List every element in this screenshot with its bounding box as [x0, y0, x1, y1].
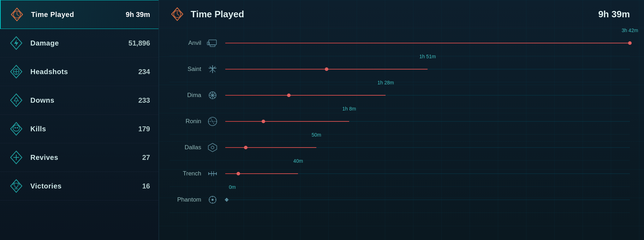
chart-bar-track	[225, 199, 630, 200]
right-header-icon	[169, 6, 185, 22]
stat-label: Time Played	[31, 11, 126, 19]
svg-rect-33	[209, 40, 216, 45]
svg-line-32	[177, 14, 179, 16]
chart-time-label-saint: 1h 51m	[419, 54, 436, 59]
sidebar-item-revives[interactable]: Revives27	[0, 143, 159, 172]
chart-bar-fill	[225, 95, 386, 96]
svg-rect-34	[210, 45, 215, 47]
chart-row-dallas: Dallas50m	[169, 134, 630, 161]
phantom-icon	[206, 193, 219, 206]
stat-label: Victories	[30, 182, 142, 190]
stat-value: 51,896	[129, 39, 150, 47]
chart-bar-dot	[287, 94, 291, 97]
svg-point-15	[14, 127, 16, 128]
stat-value: 234	[138, 68, 150, 76]
dima-icon	[206, 89, 219, 102]
chart-row-anvil: Anvil3h 42m	[169, 30, 630, 56]
chart-bar-fill	[225, 173, 298, 174]
chart-label-dallas: Dallas	[169, 144, 201, 151]
stat-value: 16	[142, 182, 150, 190]
svg-marker-5	[14, 40, 18, 47]
chart-label-trench: Trench	[169, 170, 201, 177]
chart-bar-dot	[244, 146, 248, 149]
chart-time-label-dima: 1h 28m	[377, 80, 394, 85]
chart-bar-dot	[325, 67, 328, 71]
right-panel-title: Time Played	[191, 9, 244, 20]
sidebar-item-time-played[interactable]: Time Played9h 39m	[0, 0, 159, 29]
right-panel: Time Played9h 39mAnvil3h 42mSaint1h 51mD…	[159, 0, 644, 240]
right-panel-total: 9h 39m	[598, 9, 630, 20]
diamond-skull-icon	[8, 121, 24, 137]
stat-value: 9h 39m	[126, 11, 150, 19]
chart-time-label-ronin: 1h 8m	[342, 106, 356, 112]
diamond-crosshair-icon	[8, 64, 24, 79]
chart-bar-area-trench: 40m	[225, 166, 630, 181]
chart-bar-area-ronin: 1h 8m	[225, 114, 630, 129]
chart-bar-area-dallas: 50m	[225, 140, 630, 155]
chart-bar-area-dima: 1h 28m	[225, 88, 630, 103]
svg-point-16	[17, 127, 18, 128]
chart-bar-fill	[225, 69, 428, 70]
svg-marker-48	[208, 143, 217, 152]
svg-point-49	[211, 146, 214, 149]
left-panel: Time Played9h 39m Damage51,896 Headshots…	[0, 0, 159, 240]
chart-bar-area-saint: 1h 51m	[225, 61, 630, 77]
stat-label: Kills	[30, 125, 138, 133]
chart-label-ronin: Ronin	[169, 118, 201, 125]
stat-value: 27	[142, 154, 150, 162]
diamond-trophy-icon	[8, 178, 24, 194]
chart-label-anvil: Anvil	[169, 40, 201, 47]
chart-label-saint: Saint	[169, 66, 201, 73]
diamond-down-icon	[8, 92, 24, 108]
chart-bar-area-anvil: 3h 42m	[225, 35, 630, 51]
stat-value: 179	[138, 125, 150, 133]
svg-line-3	[17, 14, 19, 16]
chart-label-dima: Dima	[169, 92, 201, 99]
stat-label: Headshots	[30, 68, 138, 76]
dallas-icon	[206, 141, 219, 154]
chart-container: Anvil3h 42mSaint1h 51mDima1h 28mRonin1h …	[159, 27, 644, 216]
trench-icon	[206, 167, 219, 180]
ronin-icon	[206, 115, 219, 128]
anvil-icon	[206, 37, 219, 49]
svg-marker-11	[14, 97, 18, 101]
chart-row-phantom: Phantom0m	[169, 187, 630, 213]
svg-rect-35	[207, 42, 209, 45]
chart-row-ronin: Ronin1h 8m	[169, 108, 630, 134]
right-panel-header: Time Played9h 39m	[159, 0, 644, 27]
svg-marker-24	[11, 180, 22, 192]
stat-label: Revives	[30, 154, 142, 162]
svg-point-56	[211, 199, 214, 201]
chart-row-trench: Trench40m	[169, 161, 630, 187]
diamond-cross-icon	[8, 150, 24, 165]
chart-time-label-trench: 40m	[293, 158, 303, 164]
chart-bar-area-phantom: 0m	[225, 192, 630, 208]
chart-time-label-phantom: 0m	[229, 184, 235, 190]
svg-marker-10	[11, 94, 22, 107]
chart-bar-fill	[225, 147, 316, 148]
sidebar-item-damage[interactable]: Damage51,896	[0, 29, 159, 58]
chart-label-phantom: Phantom	[169, 196, 201, 203]
chart-bar-fill	[225, 121, 349, 122]
sidebar-item-victories[interactable]: Victories16	[0, 172, 159, 200]
chart-row-saint: Saint1h 51m	[169, 56, 630, 82]
stat-label: Downs	[30, 96, 138, 104]
saint-icon	[206, 63, 219, 76]
chart-bar-dot	[262, 120, 265, 123]
chart-bar-fill	[225, 43, 630, 43]
stat-value: 233	[138, 96, 150, 104]
chart-bar-dot	[237, 172, 240, 175]
svg-marker-13	[11, 122, 22, 135]
stat-label: Damage	[30, 39, 129, 47]
chart-time-label-dallas: 50m	[311, 132, 321, 138]
diamond-clock-icon	[9, 7, 25, 22]
svg-point-14	[13, 125, 19, 131]
chart-time-label-anvil: 3h 42m	[622, 28, 638, 33]
chart-row-dima: Dima1h 28m	[169, 82, 630, 108]
sidebar-item-kills[interactable]: Kills179	[0, 115, 159, 143]
chart-bar-dot	[628, 41, 632, 45]
sidebar-item-downs[interactable]: Downs233	[0, 86, 159, 115]
diamond-bolt-icon	[8, 35, 24, 51]
sidebar-item-headshots[interactable]: Headshots234	[0, 58, 159, 86]
